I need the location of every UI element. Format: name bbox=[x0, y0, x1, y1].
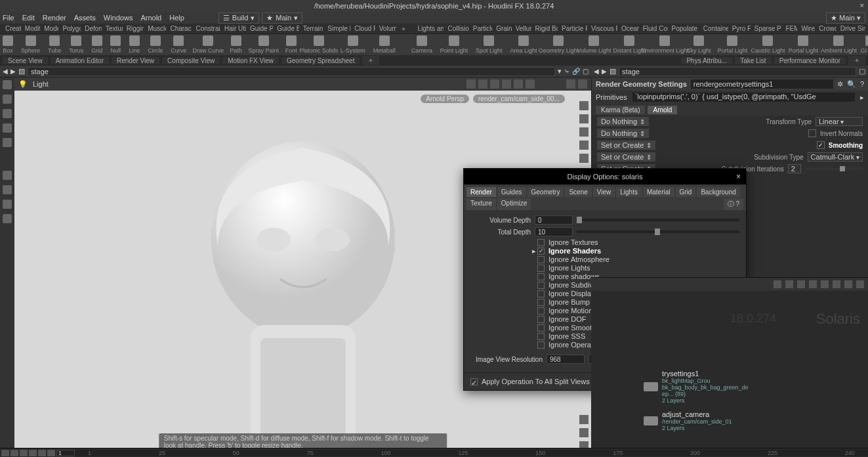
shelf-tab[interactable]: Vellum bbox=[513, 25, 531, 32]
shelf-tab[interactable]: Terrain ... bbox=[300, 25, 324, 32]
ignore-checkbox[interactable] bbox=[537, 265, 545, 272]
subdiv-iter-field[interactable]: 2 bbox=[788, 164, 801, 173]
menu-edit[interactable]: Edit bbox=[22, 14, 35, 22]
shelf-tab[interactable]: Volume bbox=[377, 25, 396, 32]
dialog-help-icon[interactable]: ⓘ ? bbox=[724, 198, 743, 210]
search-icon[interactable]: 🔍 bbox=[847, 80, 856, 89]
display-icon[interactable] bbox=[579, 101, 589, 110]
shelf-tool[interactable]: Box bbox=[3, 35, 13, 54]
shelf-tool[interactable]: L-System bbox=[341, 35, 365, 54]
shelf-tab[interactable]: Guide B... bbox=[274, 25, 299, 32]
shelf-tab[interactable]: Oceans bbox=[619, 25, 639, 32]
shelf-tool[interactable]: Spray Paint bbox=[250, 35, 278, 54]
dialog-tab[interactable]: Scene bbox=[565, 187, 591, 197]
shelf-tab[interactable]: Wires bbox=[798, 25, 815, 32]
right-layout-selector[interactable]: ★ Main ▾ bbox=[826, 12, 865, 24]
invert-checkbox[interactable] bbox=[808, 129, 816, 137]
shelf-tool[interactable]: GI Light bbox=[860, 35, 868, 54]
action-button[interactable]: Set or Create ⇕ bbox=[597, 141, 655, 150]
shelf-tab[interactable]: Simple F... bbox=[325, 25, 350, 32]
node-name-field[interactable]: rendergeometrysettings1 bbox=[691, 79, 833, 89]
shelf-tab[interactable]: Hair Util... bbox=[222, 25, 246, 32]
shelf-tab[interactable]: Rigging bbox=[124, 25, 144, 32]
action-button[interactable]: Set or Create ⇕ bbox=[597, 152, 655, 162]
shelf-tool[interactable]: Portal Light bbox=[789, 35, 817, 54]
help-icon[interactable]: ? bbox=[860, 80, 864, 88]
snap-icon[interactable] bbox=[3, 171, 12, 180]
link-icon[interactable]: 🔗 bbox=[572, 68, 580, 75]
net-icon[interactable] bbox=[774, 280, 781, 288]
shelf-tab[interactable]: Pyro FX bbox=[730, 25, 751, 32]
shelf-tab[interactable]: Guide Pr... bbox=[247, 25, 273, 32]
shelf-tool[interactable]: Distant Light bbox=[615, 35, 643, 54]
snap-icon[interactable] bbox=[3, 200, 12, 209]
pane-tab[interactable]: Phys Attribu... bbox=[681, 57, 732, 64]
subdiv-type-select[interactable]: Catmull-Clark ▾ bbox=[808, 152, 863, 162]
apply-all-checkbox[interactable]: ✓ bbox=[470, 378, 478, 385]
pane-tab[interactable]: Composite View bbox=[162, 57, 220, 64]
shelf-tab[interactable]: Constraints bbox=[193, 25, 220, 32]
network-node[interactable]: adjust_camera/render_cam/cam_side_01 2 L… bbox=[644, 410, 732, 431]
net-icon[interactable] bbox=[821, 280, 829, 288]
shelf-tool[interactable]: Metaball bbox=[373, 35, 396, 54]
shelf-tab[interactable]: Particle Fl... bbox=[559, 25, 587, 32]
menu-render[interactable]: Render bbox=[43, 14, 66, 22]
shelf-tab[interactable]: Deform bbox=[82, 25, 102, 32]
shelf-tool[interactable]: Volume Light bbox=[580, 35, 608, 54]
nav-back-icon[interactable]: ◀ bbox=[594, 68, 599, 75]
nav-back-icon[interactable]: ◀ bbox=[3, 68, 8, 75]
vp-icon[interactable] bbox=[478, 79, 487, 89]
dialog-tab[interactable]: Guides bbox=[497, 187, 526, 197]
add-pane-icon[interactable]: ＋ bbox=[362, 56, 379, 65]
shelf-tool[interactable]: Camera bbox=[411, 35, 432, 54]
pane-tab[interactable]: Geometry Spreadsheet bbox=[281, 57, 360, 64]
scale-tool-icon[interactable] bbox=[3, 123, 12, 133]
dialog-close-icon[interactable]: × bbox=[736, 172, 741, 181]
shelf-tab[interactable]: Polygon bbox=[60, 25, 81, 32]
shelf-tab[interactable]: Cloud FX bbox=[352, 25, 375, 32]
shelf-tool[interactable]: Line bbox=[129, 35, 140, 54]
close-window-icon[interactable]: × bbox=[860, 1, 864, 9]
current-frame-input[interactable] bbox=[56, 450, 75, 456]
layout-selector[interactable]: ★ Main ▾ bbox=[262, 12, 302, 24]
dialog-tab[interactable]: Geometry bbox=[527, 187, 564, 197]
menu-arnold[interactable]: Arnold bbox=[140, 14, 161, 22]
shelf-tool[interactable]: Torus bbox=[69, 35, 83, 54]
dialog-tab[interactable]: Background bbox=[697, 187, 739, 197]
parm-tab-arnold[interactable]: Arnold bbox=[648, 106, 677, 114]
vp-icon[interactable] bbox=[490, 79, 499, 89]
res-width-input[interactable] bbox=[547, 355, 585, 364]
maximize-icon[interactable]: ▢ bbox=[583, 68, 589, 75]
dialog-tab[interactable]: Lights bbox=[616, 187, 642, 197]
display-icon[interactable] bbox=[579, 127, 589, 137]
dialog-tab[interactable]: Material bbox=[643, 187, 674, 197]
ignore-checkbox[interactable] bbox=[537, 316, 545, 323]
shelf-tool[interactable]: Null bbox=[110, 35, 121, 54]
maximize-icon[interactable]: ▢ bbox=[859, 67, 865, 76]
shelf-tool[interactable]: Font bbox=[285, 35, 297, 54]
shelf-tool[interactable]: Draw Curve bbox=[194, 35, 222, 54]
shelf-tab[interactable]: Lights and... bbox=[415, 25, 444, 32]
shelf-tab[interactable]: Sparse Pyr... bbox=[752, 25, 782, 32]
vp-icon[interactable] bbox=[526, 79, 535, 89]
shelf-tool[interactable]: Platonic Solids bbox=[305, 35, 333, 54]
gear-icon[interactable] bbox=[566, 79, 575, 89]
shelf-tool[interactable]: Area Light bbox=[510, 35, 537, 54]
net-icon[interactable] bbox=[797, 280, 805, 288]
pane-tab[interactable]: Motion FX View bbox=[222, 57, 279, 64]
shelf-tab[interactable]: Texture bbox=[103, 25, 123, 32]
shelf-tab[interactable]: Populate C... bbox=[669, 25, 699, 32]
snap-icon[interactable] bbox=[3, 214, 12, 223]
pin-icon[interactable]: ⤷ bbox=[564, 68, 569, 75]
network-view[interactable]: Solaris 18.0.274 trysettings1bk_lightMap… bbox=[591, 291, 868, 448]
net-icon[interactable] bbox=[785, 280, 793, 288]
play-icon[interactable] bbox=[29, 450, 37, 456]
gear-icon[interactable]: ✲ bbox=[837, 80, 843, 89]
ignore-checkbox[interactable] bbox=[537, 333, 545, 340]
expand-icon[interactable]: ▸ bbox=[860, 93, 864, 102]
total-depth-input[interactable] bbox=[535, 227, 573, 236]
snap-icon[interactable] bbox=[3, 185, 12, 194]
shelf-tab[interactable]: Character bbox=[167, 25, 192, 32]
display-icon[interactable] bbox=[579, 154, 589, 163]
ignore-checkbox[interactable] bbox=[537, 239, 545, 246]
